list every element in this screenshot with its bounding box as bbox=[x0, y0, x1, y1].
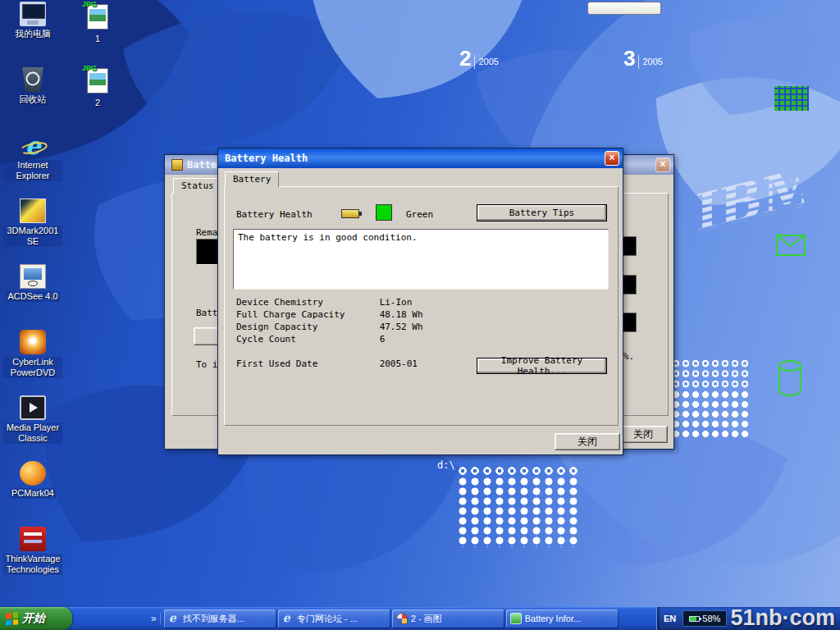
start-button[interactable]: 开始 bbox=[0, 607, 72, 630]
taskbar-task-button[interactable]: 找不到服务器... bbox=[164, 609, 276, 628]
quick-launch-icon[interactable] bbox=[115, 612, 128, 625]
tray-widget-icon[interactable] bbox=[605, 5, 612, 12]
gauge-segment bbox=[622, 313, 637, 332]
tab-strip: Battery bbox=[225, 171, 279, 187]
close-button[interactable]: 关闭 bbox=[619, 426, 668, 443]
calendar-day-header bbox=[513, 71, 532, 83]
calendar-day bbox=[550, 108, 569, 120]
desktop-icon[interactable]: Media Player Classic bbox=[3, 395, 62, 461]
desktop-icon[interactable]: CyberLink PowerDVD bbox=[3, 330, 62, 395]
field-value: 6 bbox=[380, 334, 386, 345]
windows-logo-icon bbox=[6, 612, 18, 626]
calendar-day-header bbox=[569, 71, 588, 83]
desktop-icon[interactable]: 回收站 bbox=[3, 67, 62, 133]
calendar-day bbox=[733, 108, 752, 120]
quick-launch-icon[interactable] bbox=[97, 612, 110, 625]
calendar-day bbox=[696, 131, 714, 143]
desktop-icon-image bbox=[20, 67, 46, 92]
calendar-day bbox=[714, 97, 733, 108]
calendar-day bbox=[677, 85, 696, 97]
calendar-day bbox=[639, 108, 658, 120]
task-icon bbox=[510, 613, 522, 624]
field-value: Li-Ion bbox=[380, 297, 413, 308]
calendar-day-header bbox=[639, 71, 658, 83]
percent-label: %. bbox=[623, 351, 634, 362]
desktop-icon-image bbox=[20, 133, 46, 158]
calendar-day bbox=[677, 97, 696, 108]
field-label: Design Capacity bbox=[236, 322, 374, 332]
calendar-day bbox=[696, 97, 714, 108]
desktop-icon-label: 我的电脑 bbox=[13, 29, 52, 39]
battery-tips-button[interactable]: Battery Tips bbox=[477, 204, 607, 221]
quick-launch bbox=[72, 607, 151, 630]
desktop-file[interactable]: JPG 2 bbox=[77, 66, 118, 130]
calendar-day bbox=[620, 108, 639, 120]
note-text: To i bbox=[196, 359, 218, 370]
desktop-icon[interactable]: 我的电脑 bbox=[3, 2, 62, 67]
desktop-icon[interactable]: PCMark04 bbox=[3, 461, 62, 527]
calendar-day bbox=[696, 85, 714, 97]
close-icon[interactable]: × bbox=[655, 158, 670, 172]
task-label: Battery Infor... bbox=[525, 614, 581, 623]
calendar-day bbox=[456, 131, 475, 143]
tray-widget-icon[interactable] bbox=[616, 5, 623, 12]
tray-widget-icon[interactable] bbox=[628, 5, 635, 12]
taskbar-task-button[interactable]: 2 - 画图 bbox=[392, 609, 504, 628]
calendar-day bbox=[569, 120, 588, 131]
desktop-icon-label: 回收站 bbox=[18, 94, 48, 105]
task-buttons: 找不到服务器... 专门网论坛 - ... 2 - 画图 Battery Inf… bbox=[161, 607, 656, 630]
calendar: 3 2005 bbox=[620, 46, 758, 143]
battery-tray-indicator[interactable]: 58% bbox=[682, 610, 727, 627]
desktop-icon-label: 3DMark2001 SE bbox=[3, 226, 62, 247]
file-thumbnail bbox=[89, 9, 106, 21]
calendar-day bbox=[532, 120, 550, 131]
file-label: 2 bbox=[94, 98, 102, 108]
calendar-day bbox=[456, 108, 475, 120]
quick-launch-icon[interactable] bbox=[79, 612, 92, 625]
desktop-file[interactable]: JPG 1 bbox=[77, 2, 118, 66]
calendar-day bbox=[733, 85, 752, 97]
calendar-days bbox=[620, 85, 758, 143]
dots-pattern bbox=[457, 465, 582, 547]
calendar-day bbox=[620, 120, 639, 131]
tab-battery[interactable]: Battery bbox=[225, 171, 279, 187]
calendar-day bbox=[620, 131, 639, 143]
task-icon bbox=[282, 613, 294, 624]
close-icon[interactable]: × bbox=[605, 151, 619, 166]
calendar-day bbox=[456, 85, 475, 97]
calendar-day bbox=[677, 131, 696, 143]
condition-textbox[interactable]: The battery is in good condition. bbox=[233, 229, 609, 290]
desktop-icon[interactable]: Internet Explorer bbox=[3, 133, 62, 199]
desktop-icon-label: Internet Explorer bbox=[3, 160, 62, 181]
desktop-icon-column: 我的电脑 回收站 Internet Explorer 3DMark2001 SE… bbox=[3, 2, 62, 592]
calendar-day bbox=[550, 120, 569, 131]
tray-widget-icon[interactable] bbox=[593, 5, 600, 12]
calendar-day bbox=[620, 97, 639, 108]
jpg-file-icon: JPG bbox=[84, 2, 111, 31]
file-label: 1 bbox=[94, 34, 102, 44]
battery-icon bbox=[341, 209, 359, 218]
calendar-day bbox=[456, 97, 475, 108]
task-icon bbox=[168, 613, 180, 624]
improve-battery-health-button[interactable]: Improve Battery Health... bbox=[477, 358, 607, 374]
close-button[interactable]: 关闭 bbox=[555, 433, 620, 450]
task-label: 找不到服务器... bbox=[183, 613, 244, 625]
calendar-day bbox=[569, 85, 588, 97]
start-label: 开始 bbox=[22, 611, 45, 626]
battery-fields: Device Chemistry Li-Ion Full Charge Capa… bbox=[236, 297, 423, 346]
calendar-day bbox=[475, 108, 494, 120]
taskbar-task-button[interactable]: Battery Infor... bbox=[506, 609, 618, 628]
calendar-day bbox=[532, 108, 550, 120]
field-label: Full Charge Capacity bbox=[236, 309, 374, 320]
desktop-icon[interactable]: ThinkVantage Technologies bbox=[3, 527, 62, 592]
language-indicator[interactable]: EN bbox=[664, 614, 676, 623]
taskbar-task-button[interactable]: 专门网论坛 - ... bbox=[278, 609, 390, 628]
calendar-day bbox=[494, 120, 513, 131]
chevron-icon[interactable]: » bbox=[151, 613, 161, 624]
calendar-day bbox=[475, 131, 494, 143]
desktop-icon[interactable]: ACDSee 4.0 bbox=[3, 264, 62, 330]
desktop-icon[interactable]: 3DMark2001 SE bbox=[3, 199, 62, 264]
tab-status[interactable]: Status bbox=[173, 178, 222, 194]
title-bar[interactable]: Battery Health × bbox=[218, 148, 623, 168]
calendar-day bbox=[658, 131, 677, 143]
